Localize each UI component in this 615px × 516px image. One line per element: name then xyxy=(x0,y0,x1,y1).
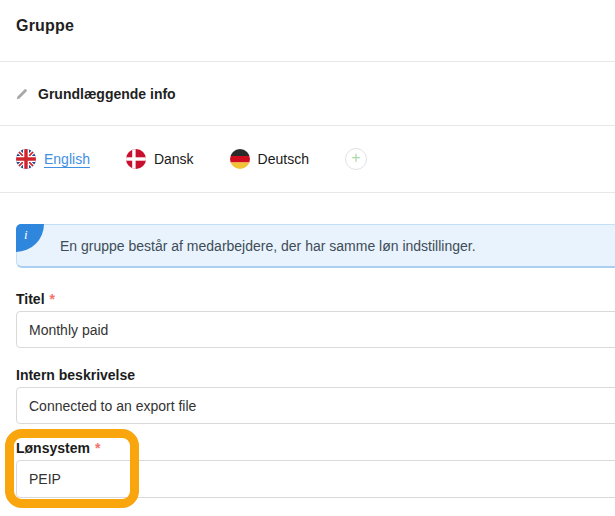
uk-flag-icon xyxy=(16,149,36,169)
page-title: Gruppe xyxy=(16,17,74,35)
required-marker: * xyxy=(95,440,100,456)
lonsystem-label: Lønsystem* xyxy=(16,440,615,456)
intern-beskrivelse-input[interactable] xyxy=(16,387,615,424)
info-icon: i xyxy=(16,224,44,252)
section-header: Grundlæggende info xyxy=(0,62,615,126)
lonsystem-input[interactable] xyxy=(16,460,615,498)
add-language-button[interactable]: + xyxy=(345,148,367,170)
required-marker: * xyxy=(50,291,55,307)
page-header: Gruppe xyxy=(0,0,615,62)
tab-language-dansk[interactable]: Dansk xyxy=(126,149,194,169)
field-lonsystem: Lønsystem* xyxy=(16,440,615,498)
tab-language-deutsch-label[interactable]: Deutsch xyxy=(258,151,309,167)
germany-flag-icon xyxy=(230,149,250,169)
tab-language-deutsch[interactable]: Deutsch xyxy=(230,149,309,169)
field-intern-beskrivelse: Intern beskrivelse xyxy=(16,367,615,424)
field-titel: Titel* xyxy=(16,291,615,348)
tab-language-english[interactable]: English xyxy=(16,149,90,169)
titel-label: Titel* xyxy=(16,291,615,307)
denmark-flag-icon xyxy=(126,149,146,169)
intern-beskrivelse-label: Intern beskrivelse xyxy=(16,367,615,383)
tab-language-dansk-label[interactable]: Dansk xyxy=(154,151,194,167)
group-form: Titel* Intern beskrivelse Lønsystem* xyxy=(0,291,615,498)
language-tabs: English Dansk xyxy=(0,126,615,193)
titel-input[interactable] xyxy=(16,311,615,348)
tab-language-english-label[interactable]: English xyxy=(44,151,90,167)
section-title: Grundlæggende info xyxy=(38,86,176,102)
info-banner-text: En gruppe består af medarbejdere, der ha… xyxy=(60,238,476,254)
info-banner: i En gruppe består af medarbejdere, der … xyxy=(16,224,615,268)
pencil-icon xyxy=(15,87,29,101)
